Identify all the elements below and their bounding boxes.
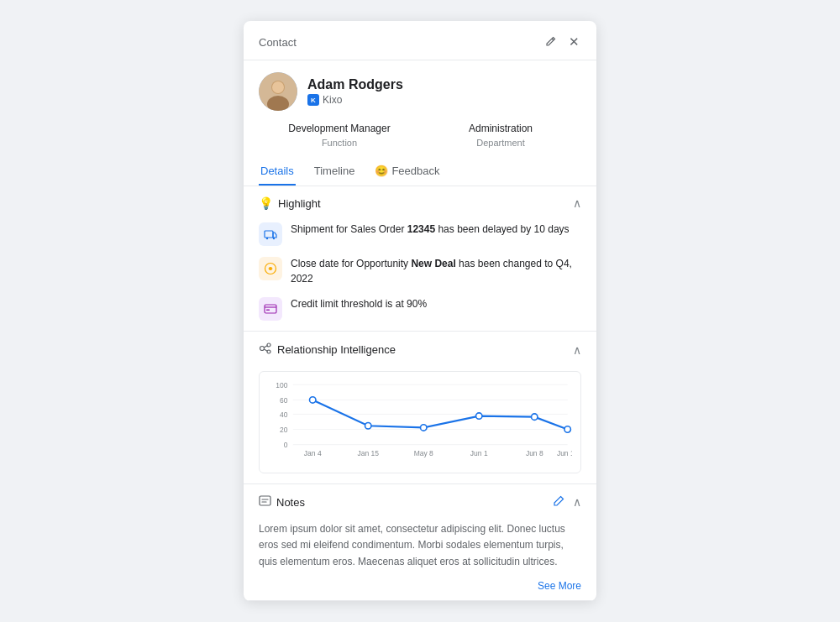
notes-header: Notes ∧ (244, 484, 596, 516)
close-button[interactable]: ✕ (567, 33, 581, 51)
svg-text:0: 0 (284, 441, 288, 449)
svg-text:20: 20 (280, 426, 288, 434)
relationship-title: Relationship Intelligence (259, 342, 396, 358)
credit-icon (259, 297, 282, 321)
svg-text:Jan 4: Jan 4 (304, 450, 322, 458)
contact-info: Adam Rodgers K Kixo (244, 60, 596, 119)
notes-text: Lorem ipsum dolor sit amet, consectetur … (259, 521, 581, 570)
svg-point-8 (269, 267, 272, 270)
relationship-section: Relationship Intelligence ∧ 100 60 40 20… (244, 332, 596, 484)
panel-title: Contact (259, 36, 297, 49)
notes-title: Notes (259, 494, 305, 510)
contact-name: Adam Rodgers (307, 77, 403, 92)
highlight-item-1: Shipment for Sales Order 12345 has been … (244, 217, 596, 251)
header-actions: ✕ (543, 33, 581, 51)
relationship-chart: 100 60 40 20 0 (259, 371, 581, 473)
chart-svg: 100 60 40 20 0 (268, 380, 572, 461)
highlight-text-2: Close date for Opportunity New Deal has … (291, 256, 581, 286)
relationship-icon (259, 342, 272, 358)
notes-content: Lorem ipsum dolor sit amet, consectetur … (244, 516, 596, 578)
svg-point-6 (273, 238, 275, 239)
opportunity-icon (259, 257, 282, 280)
function-value: Development Manager (259, 123, 420, 134)
feedback-icon: 😊 (375, 165, 388, 177)
shipment-icon (259, 222, 282, 246)
contact-panel: Contact ✕ Adam Rodgers K K (244, 21, 596, 600)
svg-point-26 (421, 425, 427, 431)
tab-timeline[interactable]: Timeline (312, 158, 357, 186)
svg-text:May 8: May 8 (414, 450, 433, 458)
svg-point-27 (476, 413, 482, 419)
highlight-header: 💡 Highlight ∧ (244, 186, 596, 217)
svg-point-3 (272, 81, 284, 93)
svg-point-25 (365, 423, 371, 429)
highlight-section: 💡 Highlight ∧ Shipment for Sales Order 1… (244, 186, 596, 332)
highlight-item-3: Credit limit threshold is at 90% (244, 291, 596, 331)
svg-point-5 (266, 238, 268, 239)
contact-meta: Development Manager Administration Funct… (244, 119, 596, 158)
department-value: Administration (420, 123, 581, 134)
notes-section: Notes ∧ Lorem ipsum dolor sit amet, cons… (244, 484, 596, 601)
company-badge: K (307, 94, 319, 106)
svg-point-11 (260, 347, 265, 351)
lightbulb-icon: 💡 (259, 196, 273, 210)
svg-rect-36 (260, 496, 270, 505)
highlight-text-1: Shipment for Sales Order 12345 has been … (291, 222, 570, 237)
svg-text:Jun 8: Jun 8 (526, 450, 543, 458)
notes-actions: ∧ (554, 495, 581, 509)
notes-chevron[interactable]: ∧ (573, 495, 581, 509)
avatar (259, 72, 297, 111)
highlight-text-3: Credit limit threshold is at 90% (291, 296, 427, 311)
svg-text:40: 40 (280, 410, 288, 419)
svg-point-13 (267, 350, 270, 353)
highlight-title: 💡 Highlight (259, 196, 321, 210)
contact-company: K Kixo (307, 94, 403, 106)
svg-rect-10 (266, 310, 270, 311)
function-label: Function (259, 138, 420, 148)
svg-point-28 (532, 414, 538, 420)
svg-rect-9 (265, 305, 276, 313)
relationship-header: Relationship Intelligence ∧ (244, 332, 596, 364)
panel-header: Contact ✕ (244, 21, 596, 60)
tab-feedback[interactable]: 😊 Feedback (373, 158, 441, 186)
notes-edit-button[interactable] (554, 495, 564, 509)
tab-details[interactable]: Details (259, 158, 296, 186)
svg-text:Jan 15: Jan 15 (357, 450, 379, 458)
svg-point-24 (310, 397, 316, 403)
highlight-item-2: Close date for Opportunity New Deal has … (244, 251, 596, 291)
company-name: Kixo (323, 94, 342, 106)
svg-point-12 (267, 343, 270, 347)
svg-text:60: 60 (280, 396, 288, 405)
relationship-chevron[interactable]: ∧ (573, 343, 581, 357)
svg-text:Jun 1: Jun 1 (470, 450, 488, 458)
edit-button[interactable] (543, 33, 559, 51)
svg-text:100: 100 (276, 381, 287, 389)
highlight-chevron[interactable]: ∧ (573, 196, 581, 210)
svg-point-29 (564, 426, 570, 432)
tabs-bar: Details Timeline 😊 Feedback (244, 158, 596, 186)
svg-rect-4 (265, 231, 273, 238)
contact-name-block: Adam Rodgers K Kixo (307, 77, 403, 106)
department-label: Department (420, 138, 581, 148)
notes-icon (259, 494, 271, 510)
svg-text:Jun 13: Jun 13 (557, 450, 572, 458)
see-more-button[interactable]: See More (244, 578, 596, 600)
